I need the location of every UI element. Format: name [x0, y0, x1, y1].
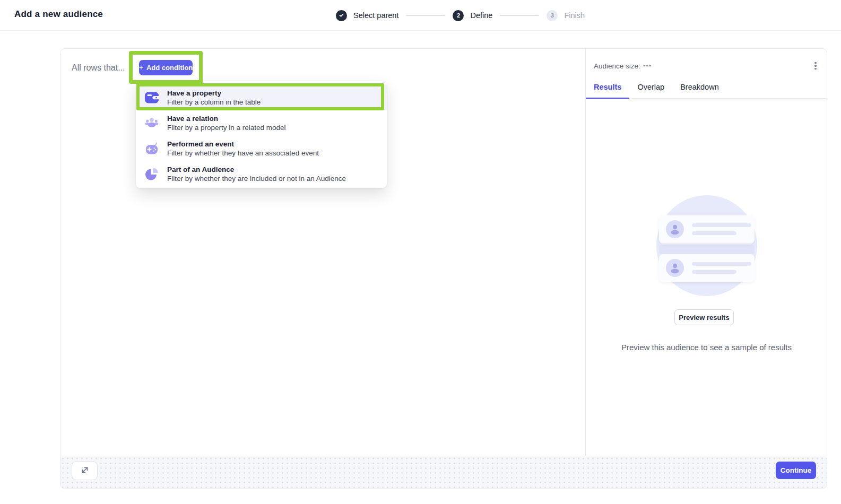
tab-overlap[interactable]: Overlap [629, 75, 672, 98]
placeholder-line [692, 231, 736, 235]
menu-item-part-of-an-audience[interactable]: Part of an Audience Filter by whether th… [136, 161, 387, 187]
add-condition-label: Add condition [146, 64, 193, 72]
illustration-user-card [659, 254, 755, 282]
expand-button[interactable] [72, 461, 98, 480]
step-connector [500, 15, 539, 16]
continue-button[interactable]: Continue [776, 462, 816, 479]
avatar [666, 220, 684, 238]
condition-type-menu: Have a property Filter by a column in th… [136, 81, 387, 188]
check-icon [339, 12, 344, 19]
add-condition-button[interactable]: + Add condition [139, 60, 193, 75]
step-complete-circle [336, 10, 347, 21]
menu-item-title: Have a property [167, 89, 261, 98]
menu-item-description: Filter by whether they are included or n… [167, 175, 346, 183]
tab-results[interactable]: Results [586, 75, 629, 98]
menu-item-description: Filter by whether they have an associate… [167, 149, 319, 158]
audience-size-label: Audience size: [594, 62, 640, 70]
tab-breakdown[interactable]: Breakdown [672, 75, 727, 98]
menu-item-title: Part of an Audience [167, 165, 346, 174]
condition-canvas: All rows that... Have a property Filter … [60, 49, 585, 456]
step-number: 3 [547, 10, 558, 21]
menu-item-title: Have a relation [167, 114, 286, 123]
menu-item-have-a-relation[interactable]: Have a relation Filter by a property in … [136, 110, 387, 136]
event-spark-icon [144, 141, 159, 156]
step-label: Define [470, 11, 492, 20]
plus-icon: + [139, 63, 143, 72]
preview-results-button[interactable]: Preview results [674, 309, 734, 325]
kebab-menu-icon[interactable] [810, 60, 821, 71]
expand-icon [79, 464, 91, 477]
illustration-band [659, 245, 755, 254]
audience-size-value: --- [643, 62, 652, 69]
empty-state-caption: Preview this audience to see a sample of… [586, 343, 827, 352]
step-select-parent[interactable]: Select parent [336, 10, 398, 21]
placeholder-line [692, 270, 736, 274]
people-icon [144, 116, 159, 131]
results-panel: Audience size: --- Results Overlap Break… [585, 49, 827, 456]
menu-item-have-a-property[interactable]: Have a property Filter by a column in th… [136, 85, 387, 110]
top-header: Add a new audience Select parent 2 Defin… [0, 0, 841, 31]
step-connector [406, 15, 445, 16]
menu-item-performed-an-event[interactable]: Performed an event Filter by whether the… [136, 136, 387, 161]
all-rows-label: All rows that... [72, 63, 125, 73]
placeholder-line [692, 262, 751, 266]
avatar [666, 259, 684, 277]
menu-item-description: Filter by a property in a related model [167, 124, 286, 132]
stepper: Select parent 2 Define 3 Finish [336, 0, 585, 31]
pie-chart-icon [144, 167, 159, 181]
wallet-icon [144, 90, 159, 105]
menu-item-title: Performed an event [167, 140, 319, 149]
panel-tabs: Results Overlap Breakdown [586, 75, 827, 99]
step-finish: 3 Finish [547, 10, 585, 21]
page-title: Add a new audience [14, 9, 103, 20]
menu-item-description: Filter by a column in the table [167, 98, 261, 107]
step-number: 2 [453, 10, 464, 21]
highlight-box-add-condition: + Add condition [129, 51, 203, 84]
card-footer: Continue [60, 456, 827, 489]
audience-builder-card: All rows that... Have a property Filter … [60, 48, 827, 489]
step-define[interactable]: 2 Define [453, 10, 492, 21]
step-label: Select parent [353, 11, 398, 20]
placeholder-line [692, 223, 751, 227]
illustration-user-card [659, 215, 755, 244]
step-label: Finish [564, 11, 585, 20]
